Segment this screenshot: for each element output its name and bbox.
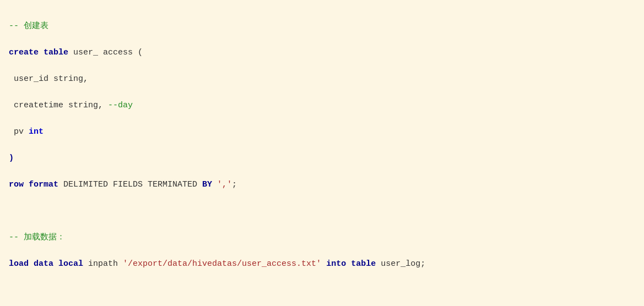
- line-comment-1: -- 创建表: [9, 20, 635, 33]
- line-create-table: create table user_ access (: [9, 46, 635, 59]
- code-editor: -- 创建表 create table user_ access ( user_…: [9, 7, 635, 306]
- line-close-paren: ): [9, 152, 635, 165]
- line-blank-2: [9, 284, 635, 297]
- line-createtime: createtime string, --day: [9, 99, 635, 112]
- line-blank-1: [9, 205, 635, 218]
- line-user-id: user_id string,: [9, 73, 635, 86]
- line-comment-load: -- 加载数据：: [9, 231, 635, 244]
- line-pv: pv int: [9, 125, 635, 139]
- line-load-data: load data local inpath '/export/data/hiv…: [9, 258, 635, 271]
- line-row-format: row format DELIMITED FIELDS TERMINATED B…: [9, 178, 635, 192]
